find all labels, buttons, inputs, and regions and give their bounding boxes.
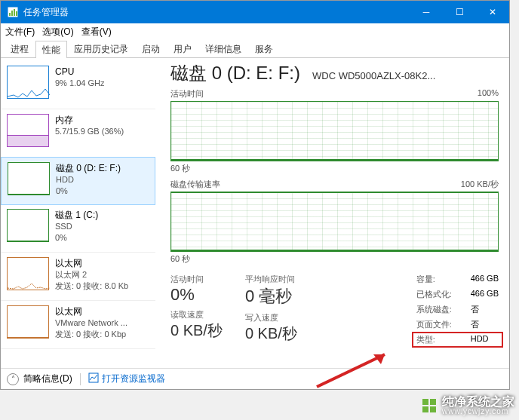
content: CPU 9% 1.04 GHz 内存 5.7/15.9 GB (36%) 磁盘 … [1,58,509,368]
svg-rect-3 [14,9,15,16]
menu-view[interactable]: 查看(V) [81,26,112,38]
brief-info-link[interactable]: 简略信息(D) [23,372,72,385]
chart-active-time: 活动时间 100% 60 秒 [170,88,499,174]
separator [80,373,81,385]
tab-services[interactable]: 服务 [248,40,280,57]
chart-xaxis: 60 秒 [170,163,499,174]
performance-sidebar: CPU 9% 1.04 GHz 内存 5.7/15.9 GB (36%) 磁盘 … [1,58,155,368]
chart-area[interactable] [170,192,499,252]
menu-file[interactable]: 文件(F) [5,26,35,38]
chart-xaxis: 60 秒 [170,253,499,265]
open-resmon-link[interactable]: 打开资源监视器 [88,372,165,385]
kv-val: 466 GB [471,289,499,300]
kv-key: 页面文件: [416,319,462,330]
chart-max: 100 KB/秒 [461,179,499,190]
tabstrip: 进程 性能 应用历史记录 启动 用户 详细信息 服务 [1,40,509,58]
sidebar-item-label: 以太网 [55,257,128,269]
chart-label: 磁盘传输速率 [170,179,220,190]
app-icon [7,6,19,18]
chevron-up-icon[interactable]: ˄ [7,373,19,385]
window-title: 任务管理器 [23,6,410,19]
disk-model: WDC WD5000AZLX-08K2... [312,70,435,81]
kv-val: 否 [471,304,479,315]
stat-value: 0 KB/秒 [170,320,223,341]
chart-label: 活动时间 [170,88,204,100]
sidebar-item-label: 内存 [55,114,124,126]
sidebar-item-label: 磁盘 1 (C:) [55,209,98,221]
chart-max: 100% [478,88,499,100]
sidebar-item-ethernet1[interactable]: 以太网 以太网 2 发送: 0 接收: 8.0 Kb [1,253,155,301]
disk-sparkline [8,162,50,195]
sidebar-item-memory[interactable]: 内存 5.7/15.9 GB (36%) [1,109,155,158]
kv-key: 已格式化: [416,289,462,300]
chart-transfer-rate: 磁盘传输速率 100 KB/秒 60 秒 [170,179,499,265]
window-controls: ─ ☐ ✕ [410,1,509,23]
resmon-icon [88,372,99,385]
svg-rect-11 [430,406,436,412]
tab-performance[interactable]: 性能 [35,41,67,58]
sidebar-item-cpu[interactable]: CPU 9% 1.04 GHz [1,61,155,109]
tab-processes[interactable]: 进程 [4,40,35,57]
stat-label: 读取速度 [170,309,223,320]
stat-label: 活动时间 [170,274,223,285]
sidebar-item-label: CPU [55,66,104,78]
sidebar-item-ethernet2[interactable]: 以太网 VMware Network ... 发送: 0 接收: 0 Kbp [1,301,155,349]
close-button[interactable]: ✕ [476,1,509,23]
sidebar-item-disk1[interactable]: 磁盘 1 (C:) SSD 0% [1,204,155,253]
titlebar[interactable]: 任务管理器 ─ ☐ ✕ [1,1,509,23]
watermark-brand: 纯净系统之家 [442,395,514,408]
ethernet-sparkline [7,305,49,339]
disk-sparkline [7,209,49,242]
kv-key: 类型: [416,334,462,345]
memory-sparkline [7,114,49,147]
sidebar-item-label: 磁盘 0 (D: E: F:) [56,162,121,174]
svg-rect-10 [422,406,428,412]
tab-users[interactable]: 用户 [167,40,198,57]
kv-val: HDD [471,334,489,345]
kv-key: 系统磁盘: [416,304,462,315]
sidebar-item-disk0[interactable]: 磁盘 0 (D: E: F:) HDD 0% [1,157,155,205]
stat-value: 0 KB/秒 [245,323,297,344]
stats-row: 活动时间 0% 读取速度 0 KB/秒 平均响应时间 0 毫秒 写入速度 [170,274,499,345]
menubar: 文件(F) 选项(O) 查看(V) [1,23,509,40]
stat-label: 平均响应时间 [245,274,297,285]
svg-rect-8 [422,399,428,405]
chart-area[interactable] [170,101,499,161]
performance-detail: 磁盘 0 (D: E: F:) WDC WD5000AZLX-08K2... 活… [155,58,509,368]
detail-title: 磁盘 0 (D: E: F:) [170,61,300,85]
kv-val: 否 [471,319,479,330]
maximize-button[interactable]: ☐ [443,1,476,23]
svg-rect-4 [16,11,17,16]
stat-label: 写入速度 [245,312,297,323]
cpu-sparkline [7,66,49,99]
tab-apphistory[interactable]: 应用历史记录 [67,40,135,57]
kv-val: 466 GB [471,274,499,285]
menu-options[interactable]: 选项(O) [42,26,73,38]
kv-key: 容量: [416,274,462,285]
svg-rect-1 [9,13,11,16]
minimize-button[interactable]: ─ [410,1,443,23]
type-highlight: 类型:HDD [412,332,503,348]
watermark-url: www.ycwjzy.com [442,408,514,415]
svg-rect-2 [11,11,13,16]
tab-startup[interactable]: 启动 [135,40,167,57]
svg-rect-9 [430,399,436,405]
stat-value: 0 毫秒 [245,285,297,308]
ethernet-sparkline [7,257,49,290]
watermark: 纯净系统之家 www.ycwjzy.com [421,396,514,415]
tab-details[interactable]: 详细信息 [198,40,248,57]
task-manager-window: 任务管理器 ─ ☐ ✕ 文件(F) 选项(O) 查看(V) 进程 性能 应用历史… [0,0,510,390]
watermark-logo-icon [421,397,438,414]
sidebar-item-label: 以太网 [55,305,127,317]
footer: ˄ 简略信息(D) 打开资源监视器 [1,368,509,389]
stat-value: 0% [170,285,223,305]
